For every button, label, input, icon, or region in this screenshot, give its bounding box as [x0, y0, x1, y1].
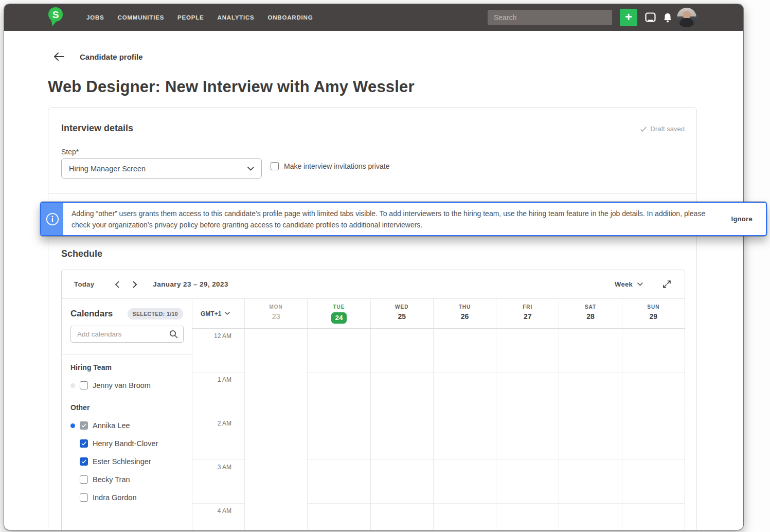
- calendar-slot[interactable]: [245, 373, 307, 416]
- person-checkbox[interactable]: [80, 493, 88, 502]
- add-button[interactable]: +: [620, 9, 637, 26]
- calendar-slot[interactable]: [622, 373, 685, 416]
- expand-calendar-icon[interactable]: [662, 280, 671, 289]
- person-checkbox[interactable]: [80, 439, 88, 448]
- selected-count-badge: SELECTED: 1/10: [128, 308, 183, 320]
- calendar-slot[interactable]: [559, 460, 621, 504]
- calendar-slot[interactable]: [371, 460, 433, 504]
- time-label: 1 AM: [192, 373, 244, 383]
- calendar-slot[interactable]: [245, 416, 307, 460]
- nav-item-onboarding[interactable]: ONBOARDING: [268, 14, 313, 21]
- timezone-select[interactable]: GMT+1: [192, 299, 244, 328]
- calendar-slot[interactable]: [245, 329, 307, 373]
- calendar-area: GMT+1 MON23TUE24WED25THU26FRI27SAT28SUN2…: [192, 299, 685, 530]
- day-column-wed: [370, 329, 433, 530]
- calendar-person-row[interactable]: Jenny van Broom: [70, 381, 183, 389]
- private-invitations-checkbox[interactable]: [271, 162, 279, 170]
- calendar-slot[interactable]: [559, 504, 621, 530]
- calendar-slot[interactable]: [622, 416, 685, 460]
- time-slot-cell: 2 AM: [192, 416, 244, 460]
- day-name: WED: [395, 304, 408, 310]
- ignore-button[interactable]: Ignore: [731, 215, 753, 223]
- calendar-slot[interactable]: [371, 416, 433, 460]
- calendar-list: Hiring TeamJenny van BroomOtherAnnika Le…: [70, 363, 183, 502]
- nav-item-analytics[interactable]: ANALYTICS: [218, 14, 255, 21]
- view-select-value: Week: [615, 280, 633, 288]
- person-checkbox[interactable]: [80, 475, 88, 484]
- calendar-slot[interactable]: [434, 460, 496, 504]
- person-checkbox[interactable]: [80, 457, 88, 466]
- back-arrow-icon[interactable]: [53, 52, 64, 61]
- logo-letter: S: [52, 9, 59, 20]
- presence-dot: [70, 383, 75, 388]
- calendar-slot[interactable]: [434, 329, 496, 373]
- calendar-slot[interactable]: [434, 373, 496, 416]
- calendar-person-row[interactable]: Annika Lee: [70, 421, 183, 430]
- nav-item-communities[interactable]: COMMUNITIES: [118, 14, 165, 21]
- person-checkbox[interactable]: [80, 381, 88, 389]
- person-checkbox[interactable]: [80, 421, 88, 430]
- calendar-slot[interactable]: [308, 460, 370, 504]
- calendars-heading: Calendars: [70, 309, 113, 319]
- notifications-bell-icon[interactable]: [662, 12, 674, 24]
- calendar-slot[interactable]: [559, 416, 621, 460]
- day-column-mon: [244, 329, 307, 530]
- calendar-slot[interactable]: [434, 416, 496, 460]
- day-column-sat: [559, 329, 621, 530]
- inbox-icon[interactable]: [645, 12, 656, 24]
- calendar-slot[interactable]: [434, 504, 496, 530]
- calendar-slot[interactable]: [371, 504, 433, 530]
- private-invitations-label[interactable]: Make interview invitations private: [284, 162, 389, 170]
- calendar-slot[interactable]: [308, 416, 370, 460]
- day-name: SAT: [585, 304, 596, 310]
- presence-dot: [70, 423, 75, 428]
- chevron-down-icon: [637, 282, 643, 286]
- nav-item-jobs[interactable]: JOBS: [86, 14, 104, 21]
- calendar-slot[interactable]: [308, 329, 370, 373]
- step-select-value: Hiring Manager Screen: [69, 165, 247, 173]
- smartrecruiters-logo-icon[interactable]: S: [48, 7, 64, 28]
- draft-saved-label: Draft saved: [651, 125, 685, 133]
- private-invitations-checkbox-row[interactable]: Make interview invitations private: [271, 162, 389, 170]
- time-slot-cell: 12 AM: [192, 329, 244, 373]
- view-select[interactable]: Week: [615, 280, 643, 288]
- timezone-label: GMT+1: [201, 310, 221, 317]
- calendar-slot[interactable]: [308, 504, 370, 530]
- day-column-fri: [496, 329, 559, 530]
- calendar-slot[interactable]: [371, 373, 433, 416]
- user-avatar[interactable]: [677, 8, 696, 27]
- calendar-slot[interactable]: [496, 416, 559, 460]
- step-select[interactable]: Hiring Manager Screen: [61, 158, 262, 179]
- calendar-person-row[interactable]: Ester Schlesinger: [70, 457, 183, 466]
- calendar-slot[interactable]: [496, 504, 559, 530]
- calendar-slot[interactable]: [622, 504, 685, 530]
- prev-week-chevron-icon[interactable]: [115, 281, 119, 288]
- calendar-person-row[interactable]: Becky Tran: [70, 475, 183, 484]
- time-slot-cell: 1 AM: [192, 373, 244, 416]
- day-date: 23: [272, 312, 280, 321]
- calendar-slot[interactable]: [371, 329, 433, 373]
- nav-item-people[interactable]: PEOPLE: [177, 14, 204, 21]
- day-header-fri: FRI27: [496, 299, 559, 328]
- calendar-person-row[interactable]: Henry Bandt-Clover: [70, 439, 183, 448]
- today-button[interactable]: Today: [74, 280, 94, 288]
- search-input[interactable]: [488, 10, 612, 25]
- breadcrumb[interactable]: Candidate profile: [80, 52, 143, 61]
- add-calendars-input[interactable]: [70, 326, 184, 343]
- calendar-slot[interactable]: [622, 460, 685, 504]
- calendar-slot[interactable]: [245, 460, 307, 504]
- day-date: 26: [461, 312, 469, 321]
- person-name: Annika Lee: [93, 421, 130, 430]
- calendar-slot[interactable]: [496, 460, 559, 504]
- next-week-chevron-icon[interactable]: [133, 281, 137, 288]
- person-name: Becky Tran: [93, 475, 130, 484]
- person-name: Henry Bandt-Clover: [93, 439, 158, 448]
- calendar-slot[interactable]: [622, 329, 685, 373]
- calendar-slot[interactable]: [559, 373, 621, 416]
- calendar-slot[interactable]: [245, 504, 307, 530]
- calendar-slot[interactable]: [496, 373, 559, 416]
- calendar-slot[interactable]: [308, 373, 370, 416]
- calendar-person-row[interactable]: Indra Gordon: [70, 493, 183, 502]
- calendar-slot[interactable]: [559, 329, 621, 373]
- calendar-slot[interactable]: [496, 329, 559, 373]
